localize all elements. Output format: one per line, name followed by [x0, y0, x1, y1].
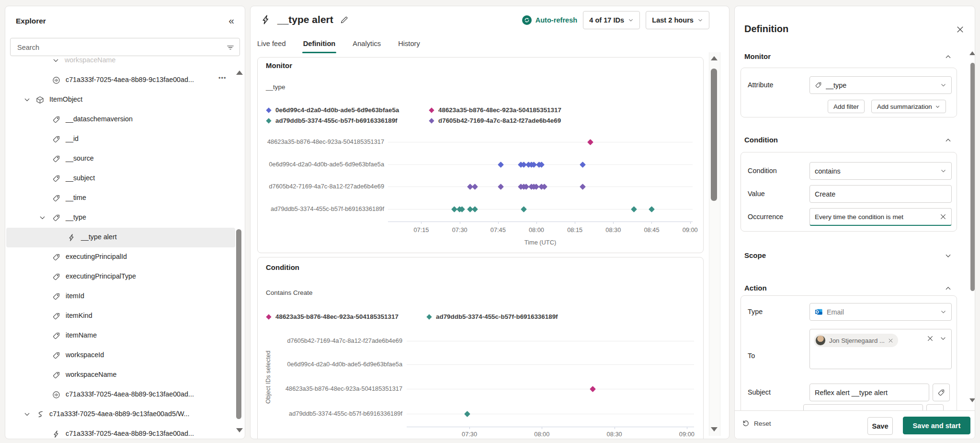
explorer-tree: workspaceNamec71a333f-7025-4aea-8b89-9c1…	[5, 57, 245, 439]
search-input[interactable]	[16, 39, 224, 56]
scrollbar-thumb[interactable]	[970, 63, 975, 291]
tree-item[interactable]: itemId	[6, 287, 235, 306]
tag-icon	[52, 253, 60, 261]
scroll-down-arrow[interactable]	[969, 398, 975, 402]
tree-item[interactable]: executingPrincipalId	[6, 247, 235, 267]
legend-item: 0e6d99c4-d2a0-4d0b-ade5-6d9e63bfae5a	[266, 105, 429, 115]
tab-analytics[interactable]: Analytics	[353, 35, 381, 54]
chevron-down-icon[interactable]	[52, 57, 59, 64]
axis-tick	[536, 222, 537, 224]
scroll-up-arrow[interactable]	[711, 56, 718, 60]
clear-recipients-icon[interactable]	[927, 335, 934, 342]
auto-refresh-toggle[interactable]: Auto-refresh	[522, 15, 578, 25]
tree-item-label: workspaceId	[66, 351, 104, 359]
axis-tick-label: 07:30	[455, 431, 484, 438]
scroll-down-arrow[interactable]	[711, 427, 718, 431]
row-label: 48623a35-b876-48ec-923a-504185351317	[277, 385, 402, 392]
row-label: 48623a35-b876-48ec-923a-504185351317	[266, 138, 384, 145]
subject-input[interactable]	[815, 389, 924, 396]
row-label: ad79ddb5-3374-455c-b57f-b6916336189f	[266, 205, 384, 212]
chevron-up-icon[interactable]	[945, 137, 952, 144]
ids-filter-dropdown[interactable]: 4 of 17 IDs	[583, 11, 640, 29]
save-button[interactable]: Save	[867, 417, 893, 435]
filter-icon[interactable]	[226, 43, 235, 52]
remove-recipient-icon[interactable]	[888, 338, 893, 343]
action-type-dropdown[interactable]: Email	[809, 303, 952, 321]
more-options-icon[interactable]: •••	[218, 74, 227, 82]
tree-item[interactable]: __subject	[6, 169, 235, 188]
tree-item[interactable]: workspaceId	[6, 346, 235, 365]
collapse-panel-icon[interactable]: «	[228, 15, 234, 26]
tree-item[interactable]: __dataschemaversion	[6, 110, 235, 129]
tree-item[interactable]: workspaceName	[6, 57, 235, 70]
tree-item[interactable]: __time	[6, 188, 235, 208]
data-point	[498, 184, 504, 190]
tag-icon	[52, 214, 60, 222]
row-label: d7605b42-7169-4a7c-8a12-f27ade6b4e69	[266, 183, 384, 190]
legend-item: ad79ddb5-3374-455c-b57f-b6916336189f	[266, 116, 429, 125]
tree-item[interactable]: __source	[6, 149, 235, 169]
add-filter-button[interactable]: Add filter	[828, 100, 865, 113]
reset-button[interactable]: Reset	[742, 420, 771, 427]
chevron-up-icon[interactable]	[945, 53, 952, 60]
monitor-chart-subtitle: __type	[266, 83, 285, 91]
chevron-down-icon[interactable]	[945, 252, 952, 259]
tree-item-label: ItemObject	[49, 95, 82, 103]
tree-item[interactable]: workspaceName	[6, 365, 235, 385]
outlook-icon	[815, 308, 823, 316]
tree-item[interactable]: __id	[6, 129, 235, 149]
tree-item[interactable]: c71a333f-7025-4aea-8b89-9c13fae00ad...	[6, 424, 235, 439]
condition-operator-dropdown[interactable]: contains	[809, 162, 952, 180]
data-point	[498, 162, 504, 168]
tab-definition[interactable]: Definition	[303, 35, 336, 54]
legend-label: ad79ddb5-3374-455c-b57f-b6916336189f	[436, 313, 558, 320]
data-point	[631, 206, 637, 212]
chevron-down-icon[interactable]	[23, 96, 31, 104]
refresh-icon	[522, 15, 532, 25]
attribute-dropdown[interactable]: __type	[809, 76, 952, 94]
scrollbar-thumb[interactable]	[711, 69, 717, 201]
tree-item[interactable]: c71a333f-7025-4aea-8b89-9c13fae00ad...••…	[6, 70, 235, 90]
chevron-down-icon[interactable]	[940, 335, 946, 342]
definition-panel: Definition Monitor Attribute __type Add …	[734, 6, 975, 439]
value-input[interactable]	[815, 190, 946, 198]
tree-item-label: __subject	[66, 174, 95, 182]
recipients-picker[interactable]: Jon Stjernegaard ...	[809, 329, 952, 369]
scroll-down-arrow[interactable]	[236, 428, 243, 432]
attribute-label: Attribute	[748, 81, 774, 89]
cube-icon	[36, 96, 44, 104]
tree-item[interactable]: __type	[6, 208, 235, 228]
chart-legend: 48623a35-b876-48ec-923a-504185351317ad79…	[266, 312, 558, 321]
legend-label: 48623a35-b876-48ec-923a-504185351317	[438, 106, 561, 114]
chevron-up-icon[interactable]	[945, 285, 952, 292]
tree-item[interactable]: c71a333f-7025-4aea-8b89-9c13fae00ad...	[6, 385, 235, 405]
scroll-up-arrow[interactable]	[969, 51, 975, 55]
tab-live-feed[interactable]: Live feed	[257, 35, 286, 54]
scrollbar-thumb[interactable]	[236, 229, 241, 419]
value-label: Value	[748, 190, 765, 198]
tree-item[interactable]: ItemObject	[6, 90, 235, 110]
time-range-dropdown[interactable]: Last 2 hours	[646, 11, 709, 29]
tree-item[interactable]: itemName	[6, 326, 235, 346]
clear-icon[interactable]	[940, 213, 946, 220]
add-summarization-button[interactable]: Add summarization	[871, 100, 946, 113]
insert-attribute-tag-button[interactable]	[933, 384, 950, 401]
tree-item-label: itemKind	[66, 312, 92, 319]
tag-icon	[52, 312, 60, 320]
occurrence-input[interactable]	[815, 213, 936, 221]
event-source-icon	[52, 391, 60, 399]
monitor-chart-card: Monitor __type 0e6d99c4-d2a0-4d0b-ade5-6…	[257, 57, 704, 253]
scroll-up-arrow[interactable]	[236, 70, 243, 75]
edit-title-icon[interactable]	[340, 15, 349, 24]
axis-tick	[613, 222, 614, 224]
tree-item[interactable]: itemKind	[6, 306, 235, 326]
chevron-down-icon[interactable]	[23, 411, 31, 418]
tree-item[interactable]: executingPrincipalType	[6, 267, 235, 287]
tab-history[interactable]: History	[398, 35, 420, 54]
chevron-down-icon[interactable]	[39, 214, 46, 222]
recipient-chip[interactable]: Jon Stjernegaard ...	[814, 334, 898, 347]
tree-item[interactable]: __type alert	[6, 228, 235, 247]
save-and-start-button[interactable]: Save and start	[903, 417, 970, 434]
tree-item[interactable]: c71a333f-7025-4aea-8b89-9c13fae00ad5/W..…	[6, 405, 235, 424]
close-icon[interactable]	[956, 25, 964, 34]
